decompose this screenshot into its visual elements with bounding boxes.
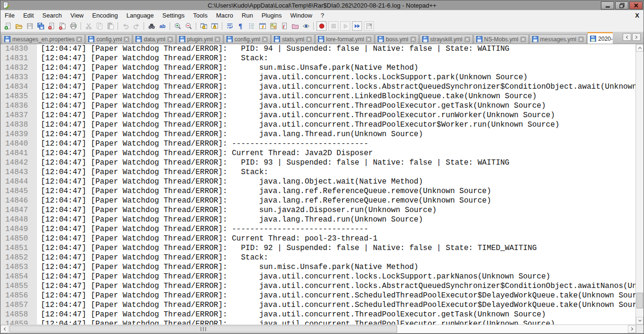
close-tab-icon[interactable]	[366, 37, 372, 42]
tab-scroll-right-button[interactable]	[632, 33, 641, 41]
macro-play-button[interactable]	[340, 21, 350, 31]
new-file-button[interactable]	[2, 21, 13, 31]
macro-save-button[interactable]	[364, 21, 374, 31]
zoom-in-button[interactable]	[172, 21, 183, 31]
close-tab-icon[interactable]	[215, 37, 220, 42]
define-language-icon	[259, 22, 266, 30]
saved-file-icon	[227, 36, 233, 42]
find-button[interactable]	[146, 21, 157, 31]
vertical-scrollbar[interactable]	[635, 44, 644, 325]
scroll-up-button[interactable]	[636, 44, 644, 52]
tab-strayskill.yml[interactable]: strayskill.yml	[419, 34, 473, 44]
saved-file-icon	[590, 36, 596, 42]
menu-macro[interactable]: Macro	[212, 11, 237, 20]
tab-boss.yml[interactable]: boss.yml	[375, 34, 418, 44]
minimize-button[interactable]	[601, 1, 614, 9]
close-button[interactable]	[629, 1, 643, 9]
scroll-right-button[interactable]	[628, 325, 636, 333]
close-tab-icon[interactable]	[464, 37, 470, 42]
menu-edit[interactable]: Edit	[19, 11, 38, 20]
macro-stop-button[interactable]	[328, 21, 338, 31]
monitoring-button[interactable]	[300, 21, 311, 31]
show-all-characters-button[interactable]: ¶	[235, 21, 246, 31]
vertical-scroll-track[interactable]	[636, 52, 644, 317]
scroll-left-button[interactable]	[0, 325, 9, 333]
menu-settings[interactable]: Settings	[158, 11, 189, 20]
sync-horizontal-scroll-button[interactable]	[209, 21, 220, 31]
menu-file[interactable]: File	[0, 11, 19, 20]
scroll-down-button[interactable]	[636, 317, 644, 325]
close-tab-icon[interactable]	[124, 37, 129, 42]
tab-scrollers	[623, 33, 641, 41]
menu-help[interactable]: ?	[317, 11, 328, 20]
zoom-out-button[interactable]	[183, 21, 194, 31]
menu-close-document-button[interactable]: X	[635, 12, 639, 19]
tab-NS-Mobs.yml[interactable]: NS-Mobs.yml	[473, 34, 529, 44]
tab-data.yml[interactable]: data.yml	[133, 34, 175, 44]
tab-config.yml[interactable]: config.yml	[224, 34, 271, 44]
menu-window[interactable]: Window	[286, 11, 317, 20]
close-tab-icon[interactable]	[578, 37, 584, 42]
folder-as-workspace-button[interactable]	[290, 21, 300, 31]
horizontal-scrollbar[interactable]	[0, 325, 644, 333]
line-number: 14840	[0, 139, 28, 148]
editor-text-area[interactable]: [12:04:47] [Paper Watchdog Thread/ERROR]…	[37, 44, 635, 325]
copy-button[interactable]	[94, 21, 105, 31]
menu-run[interactable]: Run	[237, 11, 257, 20]
show-indent-guide-button[interactable]	[246, 21, 257, 31]
replace-button[interactable]: ab	[157, 21, 168, 31]
menu-plugins[interactable]: Plugins	[257, 11, 286, 20]
log-line: [12:04:47] [Paper Watchdog Thread/ERROR]…	[41, 54, 635, 63]
log-line: [12:04:47] [Paper Watchdog Thread/ERROR]…	[41, 234, 635, 243]
tab-stats.yml[interactable]: stats.yml	[271, 34, 315, 44]
notepad-plus-plus-window: C:\Users\Kudo\AppData\Local\Temp\6\Rar$D…	[0, 0, 644, 334]
save-file-icon	[26, 22, 34, 30]
paste-button[interactable]	[105, 21, 116, 31]
tab-messages.yml[interactable]: messages.yml	[529, 34, 587, 44]
menu-view[interactable]: View	[66, 11, 88, 20]
print-button[interactable]	[68, 21, 79, 31]
menu-language[interactable]: Language	[122, 11, 158, 20]
function-list-button[interactable]: f	[279, 21, 290, 31]
tab-plugin.yml[interactable]: plugin.yml	[176, 34, 223, 44]
close-all-icon	[59, 22, 66, 30]
menu-search[interactable]: Search	[38, 11, 66, 20]
tab-config.yml[interactable]: config.yml	[85, 34, 132, 44]
tab-messages_en.properties[interactable]: messages_en.properties	[1, 34, 85, 44]
close-tab-icon[interactable]	[167, 37, 173, 42]
close-all-button[interactable]	[57, 21, 68, 31]
close-tab-icon[interactable]	[410, 37, 416, 42]
macro-record-button[interactable]	[317, 21, 327, 31]
redo-button[interactable]	[131, 21, 142, 31]
document-map-button[interactable]	[268, 21, 279, 31]
saved-file-icon	[274, 36, 280, 42]
open-file-button[interactable]	[13, 21, 24, 31]
scrollbar-corner	[636, 325, 644, 333]
undo-button[interactable]	[120, 21, 131, 31]
sync-vertical-scroll-button[interactable]	[198, 21, 209, 31]
restore-button[interactable]	[615, 1, 628, 9]
tab-scroll-left-button[interactable]	[623, 33, 631, 41]
close-file-button[interactable]	[46, 21, 57, 31]
save-file-button[interactable]	[24, 21, 35, 31]
cut-button[interactable]	[83, 21, 94, 31]
close-tab-icon[interactable]	[520, 37, 526, 42]
menu-encoding[interactable]: Encoding	[88, 11, 122, 20]
horizontal-scroll-track[interactable]	[9, 325, 628, 333]
close-tab-icon[interactable]	[76, 37, 82, 42]
log-line: [12:04:47] [Paper Watchdog Thread/ERROR]…	[41, 300, 635, 310]
tab-label: boss.yml	[386, 36, 408, 43]
macro-run-multiple-button[interactable]	[352, 21, 362, 31]
close-tab-icon[interactable]	[262, 37, 268, 42]
close-tab-icon[interactable]	[306, 37, 312, 42]
new-file-icon	[4, 22, 12, 30]
menu-tools[interactable]: Tools	[189, 11, 212, 20]
word-wrap-button[interactable]	[224, 21, 235, 31]
horizontal-scroll-thumb[interactable]	[9, 325, 397, 333]
save-all-button[interactable]	[35, 21, 46, 31]
tab-lore-format.yml[interactable]: lore-format.yml	[315, 34, 374, 44]
tab-2020-08-21-6.log[interactable]: 2020-08-21-6.log	[587, 32, 613, 44]
define-language-button[interactable]	[257, 21, 268, 31]
log-line: [12:04:47] [Paper Watchdog Thread/ERROR]…	[41, 120, 635, 130]
vertical-scroll-thumb[interactable]	[636, 293, 643, 308]
